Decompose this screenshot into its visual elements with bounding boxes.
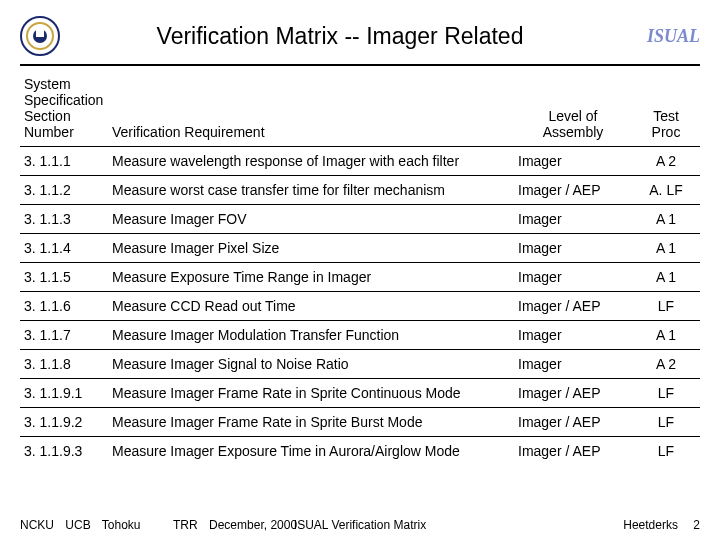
isual-logo: ISUAL xyxy=(620,26,700,47)
cell-section: 3. 1.1.2 xyxy=(20,176,108,205)
cell-requirement: Measure Imager Frame Rate in Sprite Cont… xyxy=(108,379,514,408)
seal-logo xyxy=(20,16,60,56)
footer-org3: Tohoku xyxy=(102,518,141,532)
cell-requirement: Measure Imager Signal to Noise Ratio xyxy=(108,350,514,379)
footer-center: ISUAL Verification Matrix xyxy=(294,518,426,532)
footer-org2: UCB xyxy=(65,518,90,532)
footer-date: December, 2000 xyxy=(209,518,297,532)
cell-section: 3. 1.1.3 xyxy=(20,205,108,234)
footer: NCKU UCB Tohoku TRR December, 2000 ISUAL… xyxy=(20,518,700,532)
cell-section: 3. 1.1.1 xyxy=(20,147,108,176)
cell-proc: LF xyxy=(632,379,700,408)
cell-level: Imager / AEP xyxy=(514,292,632,321)
header: Verification Matrix -- Imager Related IS… xyxy=(20,12,700,60)
cell-level: Imager / AEP xyxy=(514,408,632,437)
cell-proc: A 2 xyxy=(632,350,700,379)
verification-table: SystemSpecificationSectionNumber Verific… xyxy=(20,74,700,465)
footer-right: Heetderks 2 xyxy=(611,518,700,532)
table-row: 3. 1.1.9.2Measure Imager Frame Rate in S… xyxy=(20,408,700,437)
cell-section: 3. 1.1.9.3 xyxy=(20,437,108,466)
cell-requirement: Measure CCD Read out Time xyxy=(108,292,514,321)
cell-level: Imager xyxy=(514,147,632,176)
table-row: 3. 1.1.3Measure Imager FOVImagerA 1 xyxy=(20,205,700,234)
cell-requirement: Measure wavelength response of Imager wi… xyxy=(108,147,514,176)
table-row: 3. 1.1.2Measure worst case transfer time… xyxy=(20,176,700,205)
col-level: Level ofAssembly xyxy=(514,74,632,147)
cell-requirement: Measure Imager Modulation Transfer Funct… xyxy=(108,321,514,350)
col-proc: TestProc xyxy=(632,74,700,147)
footer-event: TRR xyxy=(173,518,198,532)
footer-left: NCKU UCB Tohoku TRR December, 2000 xyxy=(20,518,305,532)
cell-proc: LF xyxy=(632,437,700,466)
table-row: 3. 1.1.1Measure wavelength response of I… xyxy=(20,147,700,176)
cell-section: 3. 1.1.5 xyxy=(20,263,108,292)
footer-org1: NCKU xyxy=(20,518,54,532)
cell-section: 3. 1.1.7 xyxy=(20,321,108,350)
table-row: 3. 1.1.8Measure Imager Signal to Noise R… xyxy=(20,350,700,379)
cell-section: 3. 1.1.6 xyxy=(20,292,108,321)
cell-proc: A. LF xyxy=(632,176,700,205)
page-title: Verification Matrix -- Imager Related xyxy=(60,23,620,50)
cell-proc: A 1 xyxy=(632,321,700,350)
cell-requirement: Measure Imager Exposure Time in Aurora/A… xyxy=(108,437,514,466)
table-row: 3. 1.1.9.3Measure Imager Exposure Time i… xyxy=(20,437,700,466)
cell-requirement: Measure Imager Pixel Size xyxy=(108,234,514,263)
table-row: 3. 1.1.5Measure Exposure Time Range in I… xyxy=(20,263,700,292)
table-row: 3. 1.1.7Measure Imager Modulation Transf… xyxy=(20,321,700,350)
col-requirement: Verification Requirement xyxy=(108,74,514,147)
cell-section: 3. 1.1.8 xyxy=(20,350,108,379)
cell-level: Imager / AEP xyxy=(514,379,632,408)
col-section: SystemSpecificationSectionNumber xyxy=(20,74,108,147)
cell-level: Imager xyxy=(514,350,632,379)
cell-section: 3. 1.1.4 xyxy=(20,234,108,263)
footer-page: 2 xyxy=(693,518,700,532)
cell-proc: LF xyxy=(632,292,700,321)
cell-requirement: Measure Exposure Time Range in Imager xyxy=(108,263,514,292)
table-row: 3. 1.1.4Measure Imager Pixel SizeImagerA… xyxy=(20,234,700,263)
cell-level: Imager xyxy=(514,234,632,263)
cell-proc: A 1 xyxy=(632,234,700,263)
cell-requirement: Measure worst case transfer time for fil… xyxy=(108,176,514,205)
cell-section: 3. 1.1.9.2 xyxy=(20,408,108,437)
seal-icon xyxy=(20,16,60,56)
table-header-row: SystemSpecificationSectionNumber Verific… xyxy=(20,74,700,147)
slide: Verification Matrix -- Imager Related IS… xyxy=(0,0,720,540)
cell-requirement: Measure Imager Frame Rate in Sprite Burs… xyxy=(108,408,514,437)
cell-section: 3. 1.1.9.1 xyxy=(20,379,108,408)
cell-level: Imager / AEP xyxy=(514,176,632,205)
table-row: 3. 1.1.6Measure CCD Read out TimeImager … xyxy=(20,292,700,321)
footer-author: Heetderks xyxy=(623,518,678,532)
table-row: 3. 1.1.9.1Measure Imager Frame Rate in S… xyxy=(20,379,700,408)
cell-level: Imager / AEP xyxy=(514,437,632,466)
cell-level: Imager xyxy=(514,321,632,350)
cell-level: Imager xyxy=(514,263,632,292)
cell-proc: A 2 xyxy=(632,147,700,176)
cell-requirement: Measure Imager FOV xyxy=(108,205,514,234)
title-rule xyxy=(20,64,700,66)
cell-proc: A 1 xyxy=(632,205,700,234)
cell-proc: LF xyxy=(632,408,700,437)
cell-level: Imager xyxy=(514,205,632,234)
svg-rect-3 xyxy=(36,29,44,37)
cell-proc: A 1 xyxy=(632,263,700,292)
